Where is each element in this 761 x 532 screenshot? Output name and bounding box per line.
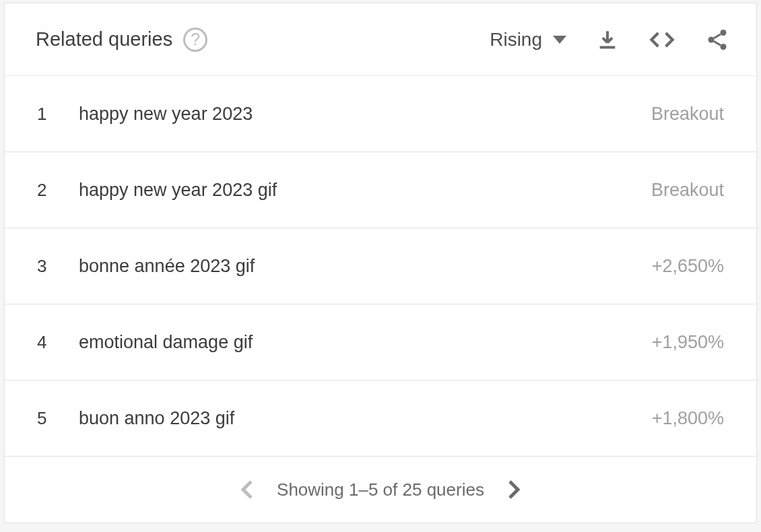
card-title: Related queries — [36, 28, 172, 51]
embed-icon[interactable] — [649, 28, 675, 51]
query-value: Breakout — [651, 180, 724, 201]
query-row[interactable]: 2 happy new year 2023 gif Breakout — [5, 152, 756, 228]
query-row[interactable]: 5 buon anno 2023 gif +1,800% — [5, 380, 756, 457]
query-value: +1,950% — [652, 332, 724, 353]
svg-line-4 — [714, 34, 721, 38]
related-queries-card: Related queries ? Rising — [4, 3, 757, 523]
next-page-button[interactable] — [498, 473, 530, 506]
query-label: buon anno 2023 gif — [79, 408, 652, 429]
svg-point-3 — [721, 44, 727, 50]
pagination-text: Showing 1–5 of 25 queries — [277, 479, 484, 500]
header-toolbar: Rising — [490, 28, 729, 52]
query-row[interactable]: 1 happy new year 2023 Breakout — [5, 76, 756, 152]
query-label: happy new year 2023 — [79, 104, 651, 125]
card-footer: Showing 1–5 of 25 queries — [5, 457, 756, 523]
query-rank: 1 — [37, 104, 79, 125]
query-label: emotional damage gif — [79, 332, 652, 353]
query-value: Breakout — [651, 104, 724, 125]
svg-point-1 — [721, 30, 727, 36]
query-row[interactable]: 4 emotional damage gif +1,950% — [5, 304, 756, 380]
svg-line-5 — [714, 41, 721, 45]
query-value: +1,800% — [652, 408, 724, 429]
query-row[interactable]: 3 bonne année 2023 gif +2,650% — [5, 228, 756, 304]
sort-label: Rising — [490, 29, 542, 51]
share-icon[interactable] — [705, 28, 729, 52]
sort-dropdown[interactable]: Rising — [490, 29, 566, 51]
query-rank: 3 — [37, 256, 79, 277]
query-value: +2,650% — [652, 256, 724, 277]
query-list: 1 happy new year 2023 Breakout 2 happy n… — [5, 76, 756, 457]
query-label: bonne année 2023 gif — [79, 256, 652, 277]
prev-page-button[interactable] — [231, 473, 263, 506]
caret-down-icon — [553, 36, 566, 44]
card-header: Related queries ? Rising — [5, 3, 756, 76]
svg-point-2 — [708, 36, 715, 42]
query-rank: 2 — [37, 180, 79, 201]
header-left: Related queries ? — [36, 28, 207, 52]
query-rank: 4 — [37, 332, 79, 353]
query-label: happy new year 2023 gif — [79, 180, 651, 201]
download-icon[interactable] — [596, 28, 619, 51]
query-rank: 5 — [37, 408, 79, 429]
help-icon[interactable]: ? — [183, 28, 207, 52]
